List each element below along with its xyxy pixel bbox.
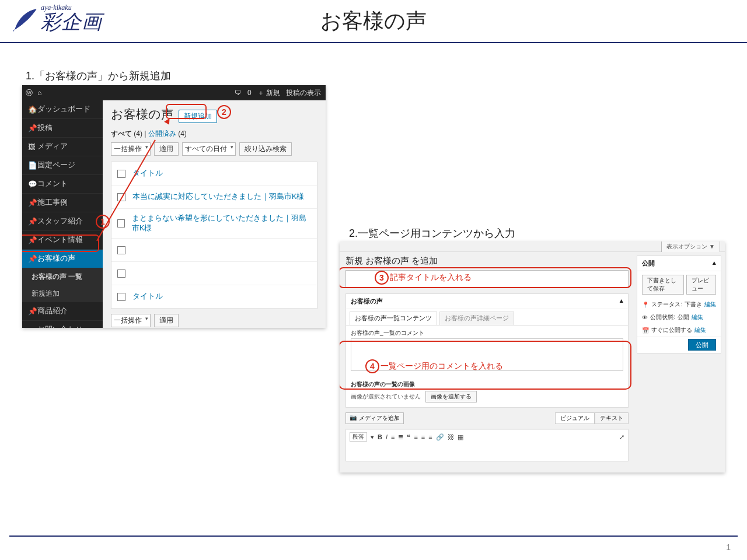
topbar-new[interactable]: ＋ 新規: [257, 88, 280, 98]
chevron-up-icon[interactable]: ▴: [713, 259, 716, 268]
footer-rule: [9, 536, 738, 537]
wp-topbar: ⓦ ⌂ 🗨 0 ＋ 新規 投稿の表示: [22, 85, 326, 100]
italic-icon[interactable]: I: [386, 433, 388, 440]
tab-visual[interactable]: ビジュアル: [555, 412, 595, 424]
bulk-action-select[interactable]: 一括操作: [111, 314, 151, 327]
page-title: お客様の声: [320, 7, 427, 36]
table-row[interactable]: 本当に誠実に対応していただきました｜羽島市K様: [111, 186, 317, 209]
tab-list-content[interactable]: お客様の声一覧コンテンツ: [350, 312, 437, 325]
table-row[interactable]: [111, 262, 317, 285]
camera-icon: 📷: [350, 414, 357, 422]
key-icon: 📍: [642, 302, 649, 308]
edit-schedule-link[interactable]: 編集: [694, 326, 706, 334]
logo-kanji: 彩企画: [41, 9, 102, 36]
bulk-action-select[interactable]: 一括操作: [111, 142, 151, 156]
annotation-text-4: 一覧ページ用のコメントを入れる: [381, 361, 503, 372]
pin-icon: 📌: [28, 217, 37, 226]
comment-count: 0: [247, 89, 252, 97]
screenshot-list: ⓦ ⌂ 🗨 0 ＋ 新規 投稿の表示 🏠ダッシュボード 📌投稿 🖼メディア 📄固…: [22, 85, 326, 328]
col-title[interactable]: タイトル: [132, 292, 163, 302]
publish-heading: 公開: [642, 259, 655, 268]
sidebar-item-pages[interactable]: 📄固定ページ: [22, 156, 103, 175]
sidebar-item-works[interactable]: 📌施工事例: [22, 194, 103, 212]
calendar-icon: 📅: [642, 327, 649, 334]
sidebar-item-products[interactable]: 📌商品紹介: [22, 302, 103, 321]
sidebar-item-voice[interactable]: 📌お客様の声: [22, 250, 103, 268]
table-row[interactable]: まとまらない希望を形にしていただきました｜羽島市K様: [111, 209, 317, 239]
annotation-box-2: [166, 104, 207, 119]
table-row[interactable]: [111, 239, 317, 262]
step2-caption: 2.一覧ページ用コンテンツから入力: [349, 226, 515, 240]
pin-icon: 📌: [28, 124, 37, 132]
chevron-up-icon[interactable]: ▴: [620, 297, 623, 306]
sidebar-item-contact[interactable]: ✉お問い合わせ: [22, 321, 103, 328]
publish-button[interactable]: 公開: [688, 339, 716, 351]
filter-published[interactable]: 公開済み: [148, 130, 176, 138]
eye-icon: 👁: [642, 314, 648, 321]
select-all-checkbox[interactable]: [117, 170, 125, 178]
tab-text[interactable]: テキスト: [595, 412, 629, 424]
comment-icon[interactable]: 🗨: [235, 89, 242, 97]
page-number: 1: [726, 542, 731, 552]
paragraph-select[interactable]: 段落: [350, 432, 367, 442]
select-all-checkbox[interactable]: [117, 293, 125, 301]
align-right-icon[interactable]: ≡: [428, 433, 432, 440]
filter-all[interactable]: すべて: [111, 130, 132, 138]
row-checkbox[interactable]: [117, 219, 125, 228]
list-heading: お客様の声: [111, 106, 173, 123]
list-ul-icon[interactable]: ≡: [391, 433, 395, 440]
content-editor[interactable]: 段落 ▾ B I ≡ ≣ ❝ ≡ ≡ ≡ 🔗 ⛓ ▦ ⤢: [345, 429, 629, 461]
align-left-icon[interactable]: ≡: [414, 433, 417, 440]
sidebar-item-comments[interactable]: 💬コメント: [22, 175, 103, 194]
add-image-button[interactable]: 画像を追加する: [425, 391, 477, 402]
fullscreen-icon[interactable]: ⤢: [619, 433, 624, 441]
apply-button[interactable]: 適用: [154, 314, 179, 327]
sidebar-item-posts[interactable]: 📌投稿: [22, 119, 103, 138]
save-draft-button[interactable]: 下書きとして保存: [642, 275, 684, 295]
bold-icon[interactable]: B: [378, 433, 382, 440]
post-link[interactable]: まとまらない希望を形にしていただきました｜羽島市K様: [132, 214, 311, 233]
edit-visibility-link[interactable]: 編集: [692, 313, 703, 321]
sidebar-item-media[interactable]: 🖼メディア: [22, 138, 103, 156]
preview-button[interactable]: プレビュー: [686, 275, 716, 295]
sidebar-sub-voice-add[interactable]: 新規追加: [22, 285, 103, 302]
wp-logo-icon[interactable]: ⓦ: [26, 88, 33, 98]
add-media-button[interactable]: 📷メディアを追加: [345, 412, 404, 424]
filter-button[interactable]: 絞り込み検索: [239, 142, 292, 156]
quote-icon[interactable]: ❝: [407, 433, 410, 441]
screen-options-toggle[interactable]: 表示オプション ▼: [661, 242, 720, 252]
comment-field-label: お客様の声_一覧のコメント: [346, 326, 628, 338]
annotation-circle-3: 3: [375, 271, 389, 285]
page-icon: 📄: [28, 161, 37, 170]
home-icon[interactable]: ⌂: [37, 89, 41, 97]
slide-header: aya-kikaku 彩企画 お客様の声: [0, 0, 747, 43]
annotation-text-3: 記事タイトルを入れる: [390, 272, 472, 283]
list-ol-icon[interactable]: ≣: [398, 433, 403, 441]
pin-icon: 📌: [28, 307, 37, 316]
screen-options-bar: 表示オプション ▼: [340, 242, 725, 252]
post-link[interactable]: 本当に誠実に対応していただきました｜羽島市K様: [132, 192, 304, 202]
tab-detail-page[interactable]: お客様の声詳細ページ: [439, 312, 514, 325]
more-icon[interactable]: ▦: [458, 433, 463, 441]
sidebar-sub-voice-list[interactable]: お客様の声 一覧: [22, 268, 103, 285]
posts-table: タイトル 本当に誠実に対応していただきました｜羽島市K様 まとまらない希望を形に…: [111, 162, 317, 309]
sidebar-item-staff[interactable]: 📌スタッフ紹介: [22, 212, 103, 231]
link-icon[interactable]: 🔗: [436, 433, 444, 441]
row-checkbox[interactable]: [117, 246, 125, 254]
date-select[interactable]: すべての日付: [182, 142, 236, 156]
edit-status-link[interactable]: 編集: [704, 300, 716, 309]
comment-icon: 💬: [28, 180, 37, 188]
screenshot-editor: 表示オプション ▼ 新規 お客様の声 を追加 お客様の声▴ お客様の声一覧コンテ…: [340, 242, 725, 473]
sidebar-item-dashboard[interactable]: 🏠ダッシュボード: [22, 100, 103, 119]
logo: aya-kikaku 彩企画: [11, 4, 102, 36]
pin-icon: 📌: [28, 254, 37, 263]
wp-main: お客様の声 新規追加 すべて (4) | 公開済み (4) 一括操作 適用 すべ…: [103, 100, 326, 328]
gauge-icon: 🏠: [28, 105, 37, 114]
apply-button[interactable]: 適用: [154, 142, 179, 156]
topbar-view-post[interactable]: 投稿の表示: [286, 88, 321, 98]
row-checkbox[interactable]: [117, 270, 125, 278]
unlink-icon[interactable]: ⛓: [448, 433, 454, 440]
editor-heading: 新規 お客様の声 を追加: [345, 256, 629, 267]
align-center-icon[interactable]: ≡: [421, 433, 425, 440]
mail-icon: ✉: [28, 326, 37, 328]
